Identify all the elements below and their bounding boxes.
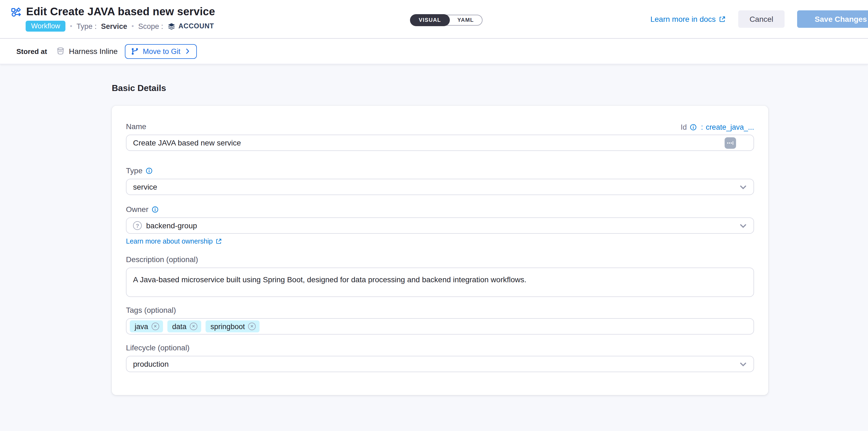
owner-field-row: Owner ? backend-group — [126, 205, 754, 245]
harness-inline-icon — [56, 47, 65, 56]
stored-at-label: Stored at — [17, 47, 47, 55]
id-label: Id — [681, 123, 687, 131]
tag-chip-label: data — [172, 322, 187, 330]
separator-dot: • — [132, 22, 134, 30]
visual-yaml-toggle: VISUAL YAML — [410, 15, 483, 26]
name-label: Name — [126, 122, 146, 131]
runtime-input-icon[interactable] — [724, 137, 736, 149]
tag-chip: data × — [167, 321, 202, 332]
lifecycle-field-row: Lifecycle (optional) production — [126, 343, 754, 372]
layers-icon — [167, 22, 176, 30]
docs-link[interactable]: Learn more in docs — [650, 15, 726, 24]
tags-field-row: Tags (optional) java × data × springboot… — [126, 306, 754, 335]
page-title: Edit Create JAVA based new service — [26, 5, 215, 18]
lifecycle-label: Lifecycle (optional) — [126, 343, 189, 353]
git-branch-icon — [131, 47, 139, 55]
toggle-yaml[interactable]: YAML — [449, 15, 482, 25]
external-link-icon — [718, 15, 725, 23]
type-meta-value: Service — [101, 22, 127, 30]
type-meta-label: Type : — [76, 22, 97, 30]
scope-meta-label: Scope : — [138, 22, 163, 30]
separator-dot: • — [70, 22, 72, 30]
type-select-value: service — [133, 183, 157, 191]
section-title: Basic Details — [112, 84, 868, 93]
info-icon — [146, 167, 153, 174]
info-icon — [152, 206, 159, 213]
name-field-row: Name Id : create_java_... — [126, 122, 754, 151]
save-changes-button[interactable]: Save Changes — [797, 10, 868, 28]
cancel-button[interactable]: Cancel — [738, 10, 784, 28]
tag-remove-icon[interactable]: × — [152, 323, 159, 330]
workflow-icon — [11, 6, 22, 17]
move-to-git-button[interactable]: Move to Git — [125, 44, 197, 59]
toggle-visual[interactable]: VISUAL — [410, 14, 450, 26]
description-field-row: Description (optional) A Java-based micr… — [126, 255, 754, 299]
header-left: Edit Create JAVA based new service Workf… — [11, 5, 215, 32]
tag-chip: java × — [130, 321, 163, 332]
chevron-down-icon — [740, 362, 746, 367]
main-content: Basic Details Name Id : create_java_... — [0, 64, 868, 395]
description-label: Description (optional) — [126, 255, 198, 264]
name-input[interactable] — [126, 138, 753, 147]
id-colon: : — [701, 123, 703, 131]
name-input-box — [126, 135, 754, 151]
owner-select[interactable]: ? backend-group — [126, 218, 754, 234]
description-textarea[interactable]: A Java-based microservice built using Sp… — [126, 268, 754, 297]
lifecycle-select[interactable]: production — [126, 356, 754, 372]
tag-chip-label: springboot — [211, 322, 245, 330]
owner-select-value: backend-group — [146, 221, 197, 230]
header-actions: Learn more in docs Cancel Save Changes — [650, 10, 868, 28]
tag-remove-icon[interactable]: × — [190, 323, 197, 330]
stored-at-bar: Stored at Harness Inline Move to Git — [0, 39, 868, 64]
basic-details-card: Name Id : create_java_... — [112, 106, 768, 395]
question-icon: ? — [133, 221, 142, 230]
docs-link-label: Learn more in docs — [650, 15, 716, 24]
id-value[interactable]: create_java_... — [706, 123, 754, 131]
type-label: Type — [126, 166, 143, 175]
ownership-link[interactable]: Learn more about ownership — [126, 238, 754, 245]
owner-label: Owner — [126, 205, 148, 214]
chevron-down-icon — [740, 224, 746, 228]
lifecycle-select-value: production — [133, 360, 169, 368]
page-header: Edit Create JAVA based new service Workf… — [0, 0, 868, 39]
chevron-down-icon — [740, 185, 746, 190]
tag-chip: springboot × — [206, 321, 259, 332]
stored-location-label: Harness Inline — [69, 47, 118, 56]
workflow-edit-page: Edit Create JAVA based new service Workf… — [0, 0, 868, 431]
external-link-icon — [215, 238, 222, 245]
tag-remove-icon[interactable]: × — [248, 323, 256, 330]
move-to-git-label: Move to Git — [143, 47, 181, 55]
workflow-badge: Workflow — [26, 21, 65, 32]
scope-meta-value: ACCOUNT — [178, 22, 214, 30]
tag-chip-label: java — [135, 322, 148, 330]
chevron-right-icon — [184, 48, 191, 55]
type-field-row: Type service — [126, 166, 754, 195]
tags-label: Tags (optional) — [126, 306, 176, 315]
type-select[interactable]: service — [126, 179, 754, 195]
info-icon — [689, 124, 696, 131]
tags-input-box[interactable]: java × data × springboot × — [126, 318, 754, 335]
entity-id: Id : create_java_... — [681, 123, 754, 131]
ownership-link-label: Learn more about ownership — [126, 238, 213, 245]
